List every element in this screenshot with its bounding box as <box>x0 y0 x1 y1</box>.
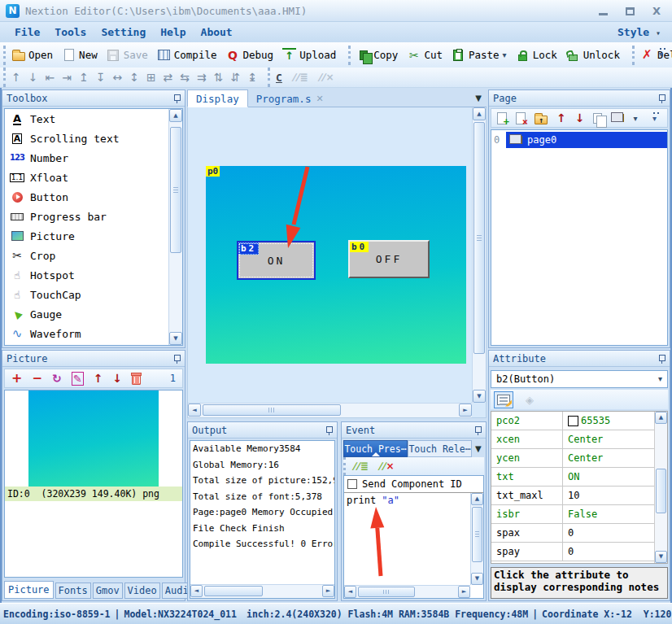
toolbox-item-gauge[interactable]: Gauge <box>5 304 182 324</box>
lock-button[interactable]: Lock <box>516 48 557 62</box>
paste-dropdown-icon[interactable] <box>503 50 507 60</box>
cut-button[interactable]: Cut <box>407 48 443 62</box>
distribute-v-icon[interactable]: ⇅ <box>214 72 224 83</box>
pin-icon[interactable] <box>173 94 181 103</box>
import-page-icon[interactable] <box>535 116 548 124</box>
space-equal-v-icon[interactable]: ⇵ <box>231 72 241 83</box>
toolbox-item-number[interactable]: Number <box>5 148 182 168</box>
menu-style[interactable]: Style <box>617 26 661 38</box>
upload-button[interactable]: Upload <box>282 48 336 62</box>
align-bottom-icon[interactable]: ↧ <box>96 72 106 83</box>
tab-video[interactable]: Video <box>124 583 160 599</box>
toolbox-item-xfloat[interactable]: Xfloat <box>5 168 182 187</box>
new-button[interactable]: New <box>62 48 98 62</box>
scrollbar-thumb[interactable] <box>170 127 181 253</box>
space-increase-h-icon[interactable]: ⇉ <box>197 72 207 83</box>
align-top-icon[interactable]: ↥ <box>79 72 89 83</box>
pin-icon[interactable] <box>658 354 665 364</box>
attribute-row-xcen[interactable]: xcen Center <box>491 430 654 449</box>
scroll-up-button[interactable]: ▲ <box>471 493 483 505</box>
canvas-horizontal-scrollbar[interactable]: ◄ ► <box>188 403 472 417</box>
scrollbar-thumb[interactable] <box>656 469 666 513</box>
scroll-right-button[interactable]: ► <box>322 585 334 597</box>
paste-button[interactable]: Paste <box>452 48 507 62</box>
page-view-dropdown-icon[interactable] <box>633 113 637 123</box>
off-button-component[interactable]: b0 OFF <box>348 240 430 278</box>
uncomment-lines-icon[interactable]: // <box>318 72 334 83</box>
minimize-button[interactable] <box>599 13 608 15</box>
pin-icon[interactable] <box>325 425 333 435</box>
scroll-down-button[interactable]: ▼ <box>169 332 182 345</box>
add-page-icon[interactable] <box>497 112 507 124</box>
scroll-up-button[interactable]: ▲ <box>655 412 667 424</box>
attribute-row-txt[interactable]: txt ON <box>491 468 654 487</box>
canvas-vertical-scrollbar[interactable]: ▲ ▼ <box>472 107 486 403</box>
copy-page-icon[interactable] <box>593 113 602 124</box>
delete-page-icon[interactable] <box>516 112 526 124</box>
scroll-right-button[interactable]: ► <box>458 586 470 598</box>
scroll-down-button[interactable]: ▼ <box>471 573 483 585</box>
uncomment-lines-icon[interactable]: // <box>378 460 395 472</box>
insert-picture-icon[interactable] <box>72 373 84 384</box>
move-page-down-icon[interactable] <box>575 112 585 124</box>
menu-help[interactable]: Help <box>160 26 185 38</box>
move-picture-up-icon[interactable] <box>94 373 103 384</box>
copy-button[interactable]: Copy <box>356 48 398 62</box>
scroll-left-button[interactable]: ◄ <box>190 585 203 597</box>
send-component-id-row[interactable]: Send Component ID <box>344 476 483 492</box>
toolbox-item-waveform[interactable]: Waveform <box>5 324 182 343</box>
toolbox-item-hotspot[interactable]: Hotspot <box>5 265 182 285</box>
toolbox-item-text[interactable]: Text <box>5 109 182 129</box>
move-page-up-icon[interactable] <box>556 112 566 124</box>
move-picture-down-icon[interactable] <box>112 373 122 384</box>
tab-list-dropdown-icon[interactable]: ▼ <box>475 94 487 103</box>
event-code-editor[interactable]: print "a" ▲ ▼ ◄ ► <box>344 492 483 598</box>
pin-icon[interactable] <box>658 94 665 103</box>
center-vertical-icon[interactable]: ↕ <box>129 72 139 83</box>
same-size-icon[interactable]: ⊞ <box>146 72 156 83</box>
add-picture-icon[interactable] <box>11 372 22 385</box>
align-left-icon[interactable]: ⇤ <box>45 72 55 83</box>
toolbox-item-picture[interactable]: Picture <box>5 226 182 246</box>
attribute-row-ycen[interactable]: ycen Center <box>491 449 654 468</box>
color-swatch[interactable] <box>568 416 578 426</box>
remove-picture-icon[interactable] <box>32 373 42 385</box>
chevron-down-icon[interactable] <box>658 375 662 383</box>
tab-program-s[interactable]: Program.s✕ <box>248 89 332 107</box>
scrollbar-thumb[interactable] <box>358 587 415 597</box>
debug-button[interactable]: Debug <box>225 48 273 62</box>
open-button[interactable]: Open <box>11 48 53 62</box>
page-item-selected[interactable]: page0 <box>506 132 667 148</box>
menu-file[interactable]: File <box>15 26 40 38</box>
pin-icon[interactable] <box>474 425 482 435</box>
event-vertical-scrollbar[interactable]: ▲ ▼ <box>470 493 483 585</box>
picture-thumbnail[interactable] <box>28 391 159 487</box>
close-button[interactable]: X <box>652 5 661 17</box>
scroll-left-button[interactable]: ◄ <box>344 586 356 598</box>
component-selector[interactable]: b2(Button) <box>491 370 668 388</box>
scroll-right-button[interactable]: ► <box>459 404 472 417</box>
space-increase-v-icon[interactable]: ↨ <box>247 72 257 83</box>
toolbox-item-button[interactable]: Button <box>5 187 182 207</box>
page-list-item[interactable]: 0 page0 <box>491 132 667 148</box>
event-horizontal-scrollbar[interactable]: ◄ ► <box>344 585 470 598</box>
delete-all-pictures-icon[interactable] <box>132 374 141 385</box>
compile-button[interactable]: Compile <box>157 48 217 62</box>
bring-forward-icon[interactable]: ↑ <box>11 72 21 83</box>
scroll-up-button[interactable]: ▲ <box>473 107 486 120</box>
tab-fonts[interactable]: Fonts <box>55 583 91 599</box>
scroll-left-button[interactable]: ◄ <box>188 404 201 417</box>
menu-setting[interactable]: Setting <box>101 26 146 38</box>
unlock-button[interactable]: Unlock <box>566 48 620 62</box>
distribute-h-icon[interactable]: ⇄ <box>164 72 173 83</box>
hmi-page-preview[interactable]: p0 b2 ON b0 OFF <box>206 166 466 364</box>
attribute-row-pco2[interactable]: pco2 65535 <box>491 412 654 430</box>
page-view-icon[interactable] <box>613 114 624 122</box>
scrollbar-thumb[interactable] <box>472 507 482 562</box>
scroll-down-button[interactable]: ▼ <box>473 390 486 403</box>
center-horizontal-icon[interactable]: ↔ <box>112 72 122 83</box>
toolbar-overflow-button[interactable] <box>658 47 668 60</box>
toolbox-item-progress-bar[interactable]: Progress bar <box>5 207 182 226</box>
page-tag[interactable]: p0 <box>206 166 220 177</box>
close-tab-icon[interactable]: ✕ <box>316 94 323 104</box>
